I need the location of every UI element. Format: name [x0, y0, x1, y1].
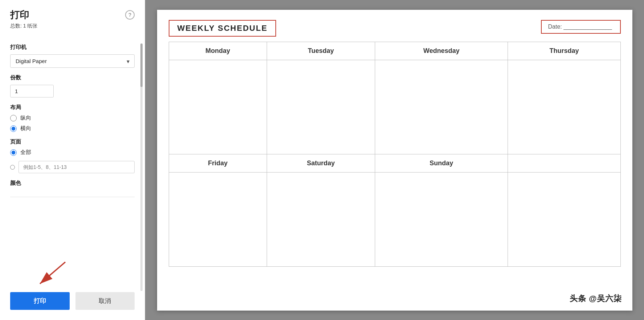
watermark: 头条 @吴六柒 [570, 293, 622, 304]
body-row-1 [169, 60, 620, 154]
layout-portrait-option[interactable]: 纵向 [10, 115, 135, 121]
section-divider [10, 197, 135, 197]
pages-all-label: 全部 [20, 149, 31, 156]
pages-custom-radio[interactable] [10, 165, 15, 170]
print-dialog-left: 打印 ? 总数: 1 纸张 打印机 Digital Paper Microsof… [0, 0, 145, 320]
cell-thursday [508, 60, 620, 154]
scrollbar [140, 43, 143, 291]
cell-tuesday [267, 60, 375, 154]
pages-custom-input[interactable] [19, 161, 135, 173]
copies-section-label: 份数 [10, 74, 135, 81]
layout-section-label: 布局 [10, 104, 135, 111]
body-row-2 [169, 172, 620, 266]
printer-select-wrapper: Digital Paper Microsoft Print to PDF Sav… [10, 54, 135, 68]
cell-extra [508, 172, 620, 266]
schedule-table: Monday Tuesday Wednesday Thursday Friday… [169, 42, 621, 267]
help-button[interactable]: ? [125, 10, 135, 20]
date-label: Date: [548, 24, 562, 30]
day-extra [508, 154, 620, 172]
date-underline: _______________ [563, 24, 612, 30]
cell-saturday [267, 172, 375, 266]
print-subtitle: 总数: 1 纸张 [10, 23, 135, 29]
bottom-buttons: 打印 取消 [10, 292, 135, 310]
page-preview: WEEKLY SCHEDULE Date: _______________ Mo… [157, 10, 632, 311]
cell-monday [169, 60, 267, 154]
layout-portrait-label: 纵向 [20, 115, 31, 121]
header-row-1: Monday Tuesday Wednesday Thursday [169, 42, 620, 60]
copies-input[interactable] [10, 85, 54, 97]
print-title: 打印 [10, 9, 29, 21]
arrow-annotation [29, 258, 73, 287]
layout-landscape-radio[interactable] [10, 125, 17, 132]
color-section-label: 颜色 [10, 180, 135, 187]
printer-select[interactable]: Digital Paper Microsoft Print to PDF Sav… [10, 54, 135, 68]
svg-line-1 [40, 262, 65, 284]
cell-wednesday [375, 60, 508, 154]
pages-all-radio[interactable] [10, 149, 17, 156]
printer-section-label: 打印机 [10, 44, 135, 51]
pages-custom-wrapper [10, 161, 135, 173]
layout-landscape-label: 横向 [20, 125, 31, 132]
layout-portrait-radio[interactable] [10, 115, 17, 121]
layout-landscape-option[interactable]: 横向 [10, 125, 135, 132]
pages-section-label: 页面 [10, 138, 135, 145]
day-wednesday: Wednesday [375, 42, 508, 60]
print-button[interactable]: 打印 [10, 292, 70, 310]
date-box: Date: _______________ [541, 20, 621, 34]
cancel-button[interactable]: 取消 [75, 292, 135, 310]
day-sunday: Sunday [375, 154, 508, 172]
schedule-title: WEEKLY SCHEDULE [169, 20, 276, 37]
layout-radio-group: 纵向 横向 [10, 115, 135, 132]
day-tuesday: Tuesday [267, 42, 375, 60]
day-friday: Friday [169, 154, 267, 172]
print-preview-panel: WEEKLY SCHEDULE Date: _______________ Mo… [145, 0, 644, 320]
cell-friday [169, 172, 267, 266]
pages-radio-group: 全部 [10, 149, 135, 173]
day-thursday: Thursday [508, 42, 620, 60]
schedule-header: WEEKLY SCHEDULE Date: _______________ [169, 20, 621, 37]
scroll-thumb[interactable] [140, 43, 143, 87]
pages-all-option[interactable]: 全部 [10, 149, 135, 156]
day-saturday: Saturday [267, 154, 375, 172]
header-row-2: Friday Saturday Sunday [169, 154, 620, 172]
day-monday: Monday [169, 42, 267, 60]
cell-sunday [375, 172, 508, 266]
print-dialog-header: 打印 ? [10, 9, 135, 21]
